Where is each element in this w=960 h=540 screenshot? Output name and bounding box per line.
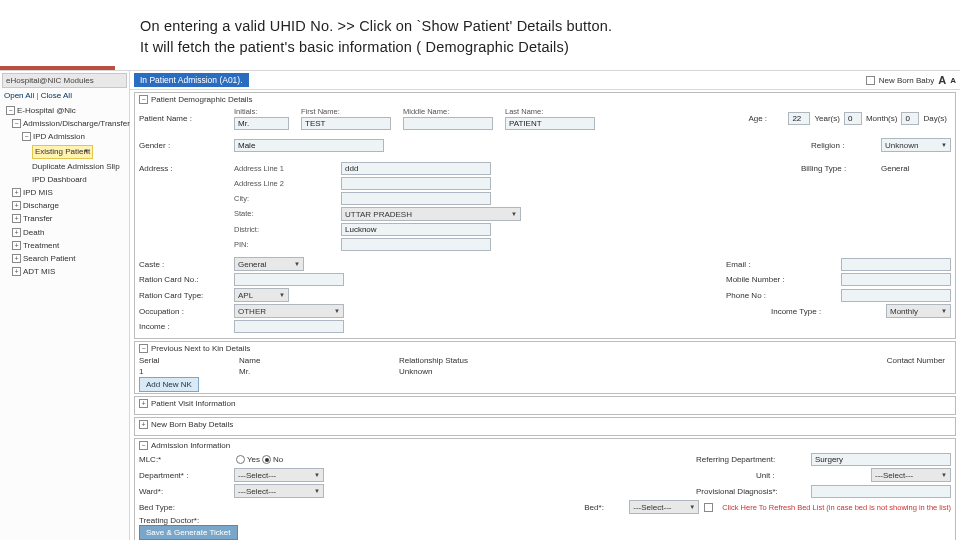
pin-input[interactable] <box>341 238 491 251</box>
close-all-link[interactable]: Close All <box>41 91 72 100</box>
panel-visit-info: +Patient Visit Information <box>134 396 956 415</box>
age-years-input[interactable]: 22 <box>788 112 810 125</box>
address2-input[interactable] <box>341 177 491 190</box>
label-mobile: Mobile Number : <box>726 275 836 284</box>
tree-adt[interactable]: −Admission/Discharge/Transfer <box>2 117 127 130</box>
label-email: Email : <box>726 260 836 269</box>
tree-discharge[interactable]: +Discharge <box>2 199 127 212</box>
label-occupation: Occupation : <box>139 307 234 316</box>
refresh-bed-checkbox[interactable] <box>704 503 713 512</box>
bed-select[interactable]: ---Select--- <box>629 500 699 514</box>
tree-root[interactable]: −E-Hospital @Nic <box>2 104 127 117</box>
collapse-icon[interactable]: − <box>12 119 21 128</box>
collapse-icon[interactable]: − <box>139 95 148 104</box>
collapse-icon[interactable]: − <box>6 106 15 115</box>
page-title: In Patient Admission (A01). <box>134 73 249 87</box>
font-decrease[interactable]: A <box>950 76 956 85</box>
middlename-input[interactable] <box>403 117 493 130</box>
label-age: Age : <box>748 114 788 123</box>
phone-input[interactable] <box>841 289 951 302</box>
label-bed: Bed*: <box>584 503 624 512</box>
collapse-icon[interactable]: − <box>139 344 148 353</box>
state-select[interactable]: UTTAR PRADESH <box>341 207 521 221</box>
label-mlc: MLC:* <box>139 455 234 464</box>
tree-ipd-mis[interactable]: +IPD MIS <box>2 186 127 199</box>
label-unit: Unit : <box>756 471 866 480</box>
add-nk-button[interactable]: Add New NK <box>139 377 199 392</box>
expand-icon[interactable]: + <box>139 399 148 408</box>
label-gender: Gender : <box>139 141 234 150</box>
label-bedtype: Bed Type: <box>139 503 234 512</box>
panel-newborn: +New Born Baby Details <box>134 417 956 436</box>
newborn-label: New Born Baby <box>879 76 935 85</box>
expand-icon[interactable]: + <box>12 188 21 197</box>
label-patient-name: Patient Name : <box>139 114 234 123</box>
label-ward: Ward*: <box>139 487 234 496</box>
incometype-select[interactable]: Monthly <box>886 304 951 318</box>
panel-demographics: −Patient Demographic Details Patient Nam… <box>134 92 956 339</box>
panel-admission: −Admission Information MLC:* Yes No Refe… <box>134 438 956 540</box>
initials-input[interactable]: Mr. <box>234 117 289 130</box>
refresh-bed-note[interactable]: Click Here To Refresh Bed List (in case … <box>722 503 951 512</box>
provisional-input[interactable] <box>811 485 951 498</box>
expand-icon[interactable]: + <box>12 201 21 210</box>
age-days-input[interactable]: 0 <box>901 112 919 125</box>
occupation-select[interactable]: OTHER <box>234 304 344 318</box>
referring-dept-input[interactable]: Surgery <box>811 453 951 466</box>
mobile-input[interactable] <box>841 273 951 286</box>
tree-treatment[interactable]: +Treatment <box>2 239 127 252</box>
tree-existing-patient[interactable]: Existing Patient <box>2 144 127 160</box>
expand-icon[interactable]: + <box>12 241 21 250</box>
billing-value: General <box>881 164 951 173</box>
tree-search-patient[interactable]: +Search Patient <box>2 252 127 265</box>
open-all-link[interactable]: Open All <box>4 91 34 100</box>
instruction-caption: On entering a valid UHID No. >> Click on… <box>0 8 960 66</box>
save-generate-button[interactable]: Save & Generate Ticket <box>139 525 238 540</box>
expand-icon[interactable]: + <box>12 267 21 276</box>
rationtype-select[interactable]: APL <box>234 288 289 302</box>
sidebar: eHospital@NIC Modules Open All | Close A… <box>0 71 130 540</box>
religion-select[interactable]: Unknown <box>881 138 951 152</box>
label-religion: Religion : <box>811 141 881 150</box>
gender-input[interactable]: Male <box>234 139 384 152</box>
firstname-input[interactable]: TEST <box>301 117 391 130</box>
collapse-icon[interactable]: − <box>22 132 31 141</box>
income-input[interactable] <box>234 320 344 333</box>
address1-input[interactable]: ddd <box>341 162 491 175</box>
tree-duplicate-slip[interactable]: Duplicate Admission Slip <box>2 160 127 173</box>
department-select[interactable]: ---Select--- <box>234 468 324 482</box>
tree-ipd-admission[interactable]: −IPD Admission <box>2 130 127 143</box>
tree-transfer[interactable]: +Transfer <box>2 212 127 225</box>
rationno-input[interactable] <box>234 273 344 286</box>
district-input[interactable]: Lucknow <box>341 223 491 236</box>
main-panel: In Patient Admission (A01). New Born Bab… <box>130 71 960 540</box>
expand-icon[interactable]: + <box>12 254 21 263</box>
newborn-checkbox[interactable] <box>866 76 875 85</box>
email-input[interactable] <box>841 258 951 271</box>
lastname-input[interactable]: PATIENT <box>505 117 595 130</box>
collapse-icon[interactable]: − <box>139 441 148 450</box>
font-increase[interactable]: A <box>938 74 946 86</box>
tree-adt-mis[interactable]: +ADT MIS <box>2 265 127 278</box>
expand-icon[interactable]: + <box>139 420 148 429</box>
ward-select[interactable]: ---Select--- <box>234 484 324 498</box>
label-caste: Caste : <box>139 260 234 269</box>
label-address: Address : <box>139 164 234 173</box>
label-department: Department* : <box>139 471 234 480</box>
caste-select[interactable]: General <box>234 257 304 271</box>
mlc-yes-radio[interactable] <box>236 455 245 464</box>
label-referring-dept: Referring Department: <box>696 455 806 464</box>
label-rationtype: Ration Card Type: <box>139 291 234 300</box>
expand-icon[interactable]: + <box>12 214 21 223</box>
city-input[interactable] <box>341 192 491 205</box>
label-treating-doctor: Treating Doctor*: <box>139 516 234 525</box>
tree-ipd-dashboard[interactable]: IPD Dashboard <box>2 173 127 186</box>
expand-icon[interactable]: + <box>12 228 21 237</box>
label-provisional: Provisional Diagnosis*: <box>696 487 806 496</box>
sidebar-header: eHospital@NIC Modules <box>2 73 127 88</box>
label-rationno: Ration Card No.: <box>139 275 234 284</box>
age-months-input[interactable]: 0 <box>844 112 862 125</box>
unit-select[interactable]: ---Select--- <box>871 468 951 482</box>
tree-death[interactable]: +Death <box>2 226 127 239</box>
mlc-no-radio[interactable] <box>262 455 271 464</box>
